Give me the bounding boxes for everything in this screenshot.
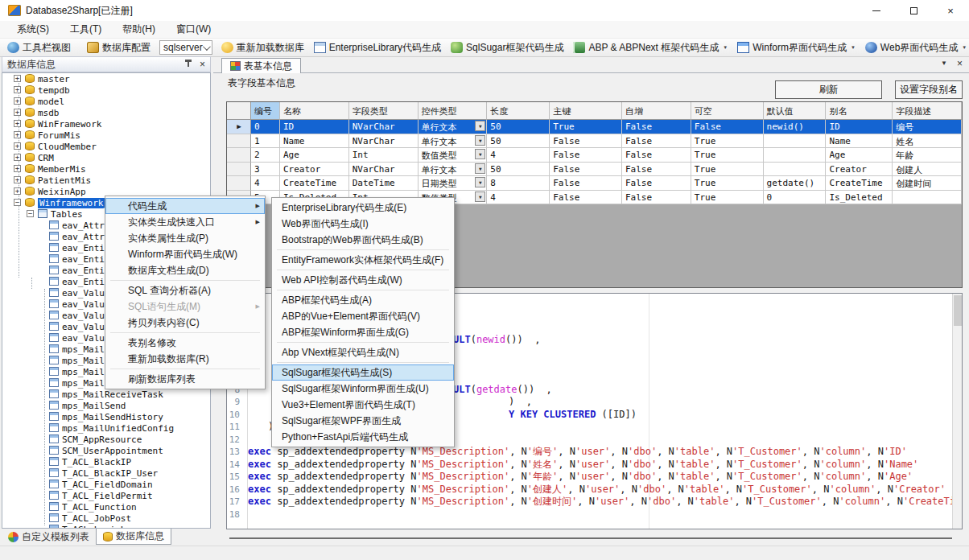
expand-toggle-icon[interactable]: + — [14, 86, 21, 93]
grid-cell[interactable]: 4 — [487, 191, 550, 205]
tab-table-basic-info[interactable]: 表基本信息 — [221, 58, 301, 73]
tree-database-item[interactable]: +PatientMis — [2, 175, 210, 186]
expand-toggle-icon[interactable]: + — [14, 154, 21, 161]
menu-item[interactable]: SqlSugar框架Winform界面生成(U) — [272, 381, 454, 397]
grid-cell[interactable]: 年龄 — [893, 148, 962, 163]
combo-dropdown-icon[interactable]: ▼ — [475, 191, 485, 202]
menubar-item[interactable]: 系统(S) — [6, 21, 60, 38]
grid-cell[interactable]: False — [550, 191, 622, 205]
tab-database-info[interactable]: 数据库信息 — [96, 529, 171, 545]
grid-cell[interactable]: 4 — [251, 176, 280, 191]
tree-table-item[interactable]: T_ACL_FieldPermit — [2, 490, 210, 501]
expand-toggle-icon[interactable]: + — [14, 187, 21, 195]
grid-cell[interactable]: False — [622, 120, 691, 134]
column-header[interactable]: 别名 — [826, 102, 893, 120]
grid-cell[interactable]: True — [550, 120, 622, 134]
tab-list-dropdown-icon[interactable]: ▼ — [941, 60, 947, 68]
tree-table-item[interactable]: mps_MailUnifiedConfig — [2, 422, 210, 434]
grid-cell[interactable]: False — [550, 176, 622, 191]
tree-database-item[interactable]: +model — [2, 96, 210, 107]
menu-item[interactable]: Web界面代码生成(I) — [272, 216, 454, 232]
grid-cell[interactable]: getdate() — [764, 176, 827, 191]
grid-cell[interactable]: 数值类型▼ — [419, 148, 488, 163]
toolbar-button[interactable]: 重新加载数据库 — [217, 39, 308, 56]
grid-cell[interactable]: ID — [826, 120, 893, 134]
tree-database-item[interactable]: +msdb — [2, 107, 210, 118]
grid-cell[interactable]: Is_Deleted — [826, 191, 893, 205]
grid-cell[interactable]: CreateTime — [826, 176, 893, 191]
expand-toggle-icon[interactable]: + — [14, 142, 21, 150]
grid-cell[interactable]: Creator — [826, 163, 893, 177]
grid-cell[interactable]: Int — [349, 148, 419, 163]
grid-cell[interactable]: 姓名 — [893, 134, 962, 149]
horizontal-scrollbar[interactable] — [229, 537, 952, 539]
menu-item[interactable]: Abp VNext框架代码生成(N) — [272, 344, 454, 360]
refresh-button[interactable]: 刷新 — [775, 80, 882, 99]
grid-cell[interactable]: False — [622, 163, 691, 177]
menu-item[interactable]: Vue3+Element界面代码生成(T) — [272, 397, 454, 413]
grid-cell[interactable]: False — [622, 176, 691, 191]
toolbar-button[interactable]: 数据库配置 — [83, 39, 155, 56]
combo-dropdown-icon[interactable]: ▼ — [475, 163, 485, 174]
toolbar-button[interactable]: ABP & ABPNext 框架代码生成▼ — [569, 39, 732, 56]
row-selector[interactable] — [227, 148, 251, 163]
grid-cell[interactable]: False — [550, 134, 622, 149]
column-header[interactable]: 默认值 — [764, 102, 827, 120]
menu-item[interactable]: ABP的Vue+Element界面代码(V) — [272, 308, 454, 324]
grid-cell[interactable]: False — [550, 148, 622, 163]
menu-item[interactable]: 实体类生成快速入口▶ — [105, 214, 265, 230]
grid-cell[interactable] — [764, 163, 827, 177]
column-header[interactable]: 字段描述 — [893, 102, 962, 120]
combo-dropdown-icon[interactable]: ▼ — [475, 135, 485, 146]
row-selector[interactable] — [227, 176, 251, 191]
grid-cell[interactable]: 8 — [487, 176, 550, 191]
table-row[interactable]: ▶0IDNVarChar单行文本▼50TrueFalseFalsenewid()… — [227, 120, 962, 134]
db-type-combobox[interactable]: sqlserver — [159, 40, 212, 55]
tree-database-item[interactable]: +CRM — [2, 152, 210, 163]
grid-cell[interactable]: 0 — [251, 120, 280, 134]
grid-cell[interactable]: False — [622, 134, 691, 149]
column-header[interactable]: 控件类型 — [419, 102, 488, 120]
table-row[interactable]: 1NameNVarChar单行文本▼50FalseFalseTrueName姓名 — [227, 134, 962, 149]
grid-cell[interactable]: False — [622, 148, 691, 163]
grid-cell[interactable]: NVarChar — [349, 134, 419, 149]
row-selector[interactable] — [227, 163, 251, 177]
row-selector[interactable] — [227, 134, 251, 149]
column-header[interactable]: 可空 — [691, 102, 764, 120]
tree-table-item[interactable]: T_ACL_JobPost — [2, 513, 210, 524]
toolbar-button[interactable]: Winform界面代码生成▼ — [733, 39, 860, 56]
tree-table-item[interactable]: mps_MailSendHistory — [2, 411, 210, 422]
row-selector[interactable]: ▶ — [227, 120, 251, 134]
expand-toggle-icon[interactable]: + — [14, 97, 21, 105]
table-row[interactable]: 2AgeInt数值类型▼4FalseFalseTrueAge年龄 — [227, 148, 962, 163]
menu-item[interactable]: Bootstrap的Web界面代码生成(B) — [272, 232, 454, 248]
grid-cell[interactable] — [764, 134, 827, 149]
menu-item[interactable]: 数据库文档生成(D) — [105, 262, 265, 278]
close-button[interactable]: × — [932, 0, 969, 21]
grid-cell[interactable]: Age — [280, 148, 349, 163]
grid-cell[interactable]: True — [691, 163, 764, 177]
editor-vertical-scrollbar[interactable] — [952, 294, 962, 529]
tree-table-item[interactable]: SCM_AppResource — [2, 434, 210, 445]
grid-cell[interactable]: NVarChar — [349, 163, 419, 177]
pin-icon[interactable] — [183, 60, 193, 69]
grid-cell[interactable]: NVarChar — [349, 120, 419, 134]
grid-cell[interactable] — [893, 191, 962, 205]
tree-table-item[interactable]: mps_MailReceiveTask — [2, 389, 210, 400]
column-header[interactable]: 自增 — [622, 102, 691, 120]
maximize-button[interactable] — [895, 0, 932, 21]
menu-item[interactable]: SQL语句生成(M)▶ — [105, 299, 265, 315]
toolbar-button[interactable]: EnterpriseLibrary代码生成 — [310, 39, 445, 56]
grid-cell[interactable]: 50 — [487, 120, 550, 134]
grid-cell[interactable]: ID — [280, 120, 349, 134]
menu-item[interactable]: 表别名修改 — [105, 335, 265, 351]
menu-item[interactable]: Web API控制器代码生成(W) — [272, 272, 454, 288]
grid-cell[interactable]: 单行文本▼ — [419, 134, 488, 149]
tab-custom-templates[interactable]: 自定义模板列表 — [2, 529, 96, 545]
grid-cell[interactable]: 单行文本▼ — [419, 163, 488, 177]
grid-cell[interactable]: 创建时间 — [893, 176, 962, 191]
grid-cell[interactable]: True — [691, 148, 764, 163]
tree-table-item[interactable]: T_ACL_Function — [2, 501, 210, 513]
grid-cell[interactable]: 0 — [764, 191, 827, 205]
column-header[interactable]: 主键 — [550, 102, 622, 120]
